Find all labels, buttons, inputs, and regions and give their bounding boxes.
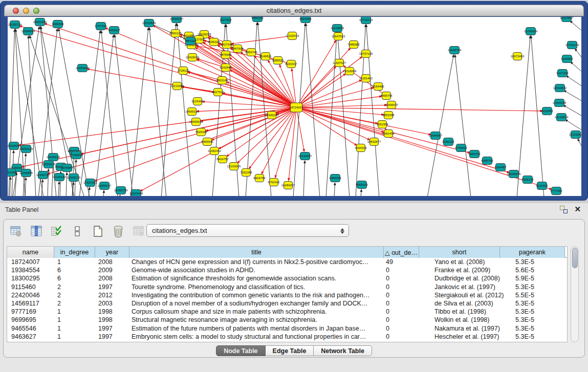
graph-node[interactable]: 9505134 — [521, 176, 534, 184]
graph-node[interactable]: 1527802 — [220, 17, 232, 24]
column-header-in_degree[interactable]: in_degree — [54, 247, 95, 258]
graph-node[interactable]: 2718120 — [177, 67, 189, 75]
network-canvas[interactable]: 1872400718300295886012389129551822605891… — [8, 17, 581, 196]
graph-node[interactable]: 9146821 — [259, 53, 272, 60]
graph-node[interactable]: 14569117 — [185, 108, 199, 116]
graph-node[interactable]: 12103062 — [569, 131, 581, 139]
table-settings-icon[interactable] — [9, 224, 23, 238]
table-row[interactable]: 911546021997Tourette syndrome. Phenomeno… — [7, 283, 567, 291]
graph-node[interactable]: 9463627 — [108, 27, 120, 34]
graph-node[interactable]: 9246225 — [442, 138, 454, 146]
graph-node[interactable]: 9762412 — [268, 179, 280, 186]
graph-node[interactable]: 3911569 — [8, 169, 17, 177]
graph-node[interactable]: 9227343 — [556, 70, 569, 77]
graph-node[interactable]: 7691954 — [376, 121, 388, 128]
graph-node[interactable]: 9875685 — [220, 51, 232, 59]
graph-node[interactable]: 12093832 — [553, 84, 567, 92]
graph-node[interactable]: 11156865 — [19, 169, 33, 177]
show-column-icon[interactable] — [29, 224, 43, 238]
table-scrollbar-thumb[interactable] — [572, 248, 578, 268]
table-row[interactable]: 977716911998Corpus callosum shape and si… — [7, 308, 567, 316]
float-panel-icon[interactable] — [560, 206, 568, 213]
graph-node[interactable]: 19218586 — [331, 25, 344, 32]
graph-node[interactable]: 7485083 — [347, 41, 360, 49]
graph-node[interactable]: 10655257 — [170, 17, 184, 23]
close-panel-icon[interactable]: ✕ — [574, 205, 581, 214]
tab-node-table[interactable]: Node Table — [216, 345, 265, 356]
graph-node[interactable]: 9975887 — [61, 164, 73, 172]
graph-node[interactable]: 7252284 — [240, 169, 252, 177]
graph-node[interactable]: 11145194 — [53, 173, 66, 181]
graph-node[interactable]: 10996937 — [385, 101, 399, 109]
graph-node[interactable]: 2803144 — [216, 77, 228, 84]
column-header-short[interactable]: short — [419, 247, 500, 258]
table-row[interactable]: 1938455462009Genome-wide association stu… — [7, 266, 567, 274]
tab-edge-table[interactable]: Edge Table — [266, 345, 314, 356]
graph-node[interactable]: 9164423 — [355, 144, 367, 152]
table-row[interactable]: 1872400712008Changes of HCN gene express… — [7, 258, 567, 266]
graph-node[interactable]: 9154467 — [494, 164, 507, 171]
graph-node[interactable]: 8860123 — [169, 30, 182, 37]
graph-node[interactable]: 10832877 — [367, 138, 381, 146]
column-header-out_de[interactable]: △ out_de… — [384, 247, 419, 258]
graph-node[interactable]: 9777165 — [550, 187, 562, 195]
graph-node[interactable]: 8466160 — [251, 17, 264, 22]
select-columns-icon[interactable] — [50, 224, 64, 238]
graph-node[interactable]: 15944957 — [429, 132, 443, 140]
graph-node[interactable]: 9115460 — [192, 98, 204, 105]
graph-node[interactable]: 9463629 — [356, 181, 368, 189]
graph-node[interactable]: 9242844 — [220, 64, 232, 72]
graph-node[interactable]: 9699695 — [52, 20, 64, 28]
graph-node[interactable]: 8424757 — [216, 156, 229, 163]
graph-node[interactable]: 18757105 — [359, 50, 373, 58]
window-titlebar[interactable]: citations_edges.txt — [4, 5, 584, 16]
graph-node[interactable]: 10719134 — [359, 17, 373, 24]
graph-node[interactable]: 9465549 — [329, 174, 341, 182]
graph-node[interactable]: 11151463 — [359, 75, 373, 82]
graph-node[interactable]: 2867608 — [231, 45, 244, 53]
graph-node[interactable]: 20691406 — [33, 18, 47, 26]
graph-node[interactable]: 18724007 — [290, 103, 303, 112]
network-graph[interactable]: 1872400718300295886012389129551822605891… — [8, 17, 581, 196]
row-options-icon[interactable] — [70, 224, 84, 238]
graph-node[interactable]: 11325419 — [286, 32, 299, 40]
graph-node[interactable]: 12217807 — [560, 17, 574, 22]
graph-node[interactable]: 10973493 — [511, 53, 525, 60]
graph-node[interactable]: 20206536 — [47, 154, 60, 161]
graph-node[interactable]: 9853258 — [382, 112, 395, 119]
table-row[interactable]: 946554611997Estimation of the future num… — [7, 324, 567, 333]
graph-node[interactable]: 21055724 — [8, 21, 22, 29]
graph-node[interactable]: 16284257 — [281, 182, 295, 189]
new-table-icon[interactable] — [91, 224, 105, 238]
graph-node[interactable]: 8186328 — [208, 38, 220, 46]
graph-node[interactable]: 8495759 — [481, 157, 493, 165]
column-header-title[interactable]: title — [129, 247, 384, 258]
graph-node[interactable]: 8424754 — [253, 174, 266, 182]
graph-node[interactable]: 9154469 — [372, 83, 384, 91]
graph-node[interactable]: 16648784 — [448, 47, 462, 54]
graph-node[interactable]: 20653109 — [19, 145, 33, 153]
graph-node[interactable]: 8813054 — [299, 17, 312, 23]
graph-node[interactable]: 21053346 — [76, 64, 90, 72]
graph-node[interactable]: 10590542 — [189, 118, 203, 126]
graph-node[interactable]: 9115463 — [536, 182, 549, 190]
graph-node[interactable]: 8220317 — [285, 60, 297, 68]
table-row[interactable]: 1456911722003Disruption of a novel membe… — [7, 299, 567, 308]
table-select-dropdown[interactable]: citations_edges.txt — [146, 224, 349, 237]
graph-node[interactable]: 16210643 — [555, 114, 569, 121]
table-row[interactable]: 946362711997Embryonic stem cells: a mode… — [7, 333, 567, 341]
table-scrollbar[interactable] — [571, 246, 579, 342]
graph-node[interactable]: 17957253 — [83, 179, 97, 187]
tab-network-table[interactable]: Network Table — [314, 345, 372, 356]
graph-node[interactable]: 8427512 — [212, 89, 224, 96]
table-row[interactable]: 969969511998Structural magnetic resonanc… — [7, 316, 567, 324]
graph-node[interactable]: 9465546 — [201, 138, 213, 146]
graph-node[interactable]: 8495756 — [380, 92, 393, 100]
graph-node[interactable]: 9329966 — [561, 55, 573, 63]
graph-node[interactable]: 16782759 — [114, 187, 128, 194]
graph-node[interactable]: 19384554 — [21, 28, 35, 35]
graph-node[interactable]: 9777169 — [95, 23, 107, 30]
graph-node[interactable]: 11254309 — [524, 28, 538, 35]
graph-node[interactable]: 10947563 — [332, 33, 345, 40]
column-header-name[interactable]: name — [7, 247, 54, 258]
